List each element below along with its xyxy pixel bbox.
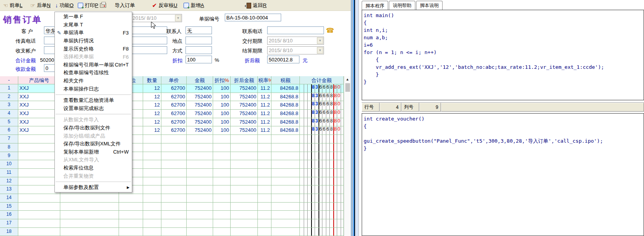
cell-price[interactable]: 62700 — [161, 93, 187, 101]
cell-disc[interactable] — [213, 143, 231, 152]
cell-tax[interactable] — [271, 169, 300, 177]
cell-disc[interactable]: 100 — [213, 118, 231, 127]
cell-price[interactable] — [161, 143, 187, 152]
telephone-icon[interactable]: ☎ — [326, 26, 334, 35]
cell-amount[interactable] — [187, 135, 213, 143]
cell-code[interactable] — [18, 211, 60, 219]
settle-date-combo[interactable]: 2015/ 8/10▼ — [267, 46, 324, 54]
cell-amount[interactable] — [187, 152, 213, 161]
menu-item[interactable]: 末尾单 T — [55, 21, 132, 29]
cell-tax[interactable] — [271, 135, 300, 143]
menu-item[interactable]: 根据编号引用单一单据Ctrl+T — [55, 61, 132, 69]
cell-disc_amount[interactable] — [231, 203, 258, 211]
menu-item[interactable]: 查看数量汇总物资清单 — [55, 96, 132, 105]
menu-item[interactable]: 第一单 F — [55, 13, 132, 21]
cell-tax[interactable] — [271, 160, 300, 169]
row-number-cell[interactable]: 8 — [0, 143, 18, 152]
cell-disc[interactable]: 100 — [213, 93, 231, 101]
printer-icon[interactable] — [100, 3, 106, 8]
total-amount-digit-grid[interactable] — [300, 169, 344, 177]
row-number-cell[interactable]: 2 — [0, 93, 18, 101]
cell-c3[interactable] — [60, 211, 119, 219]
cell-amount[interactable]: 752400 — [187, 93, 213, 101]
prev-doc-button[interactable]: ☜前单L — [3, 1, 23, 10]
cell-disc_amount[interactable] — [231, 160, 258, 169]
row-number-cell[interactable]: 16 — [0, 211, 18, 219]
total-amount-digit-grid[interactable] — [300, 135, 344, 143]
total-amount-digit-grid[interactable]: 83666880 — [300, 93, 344, 101]
row-number-cell[interactable]: 1 — [0, 84, 18, 93]
order-date-combo[interactable]: 2015/ 8/10▼ — [131, 14, 182, 22]
cell-code[interactable]: XXJ — [18, 110, 60, 118]
cell-price[interactable]: 62700 — [161, 110, 187, 118]
row-number-cell[interactable]: 10 — [0, 160, 18, 169]
column-header-amount[interactable]: 金额 — [187, 76, 213, 84]
cell-code[interactable]: XXJ — [18, 84, 60, 93]
column-header-disc[interactable]: 折扣% — [213, 76, 231, 84]
cell-price[interactable] — [161, 160, 187, 169]
chevron-down-icon[interactable]: ▼ — [175, 15, 181, 21]
cell-code[interactable]: XXJ — [18, 118, 60, 127]
total-amount-digit-grid[interactable]: 83666880 — [300, 126, 344, 135]
cell-price[interactable] — [161, 169, 187, 177]
cell-tax[interactable] — [271, 211, 300, 219]
cell-qty[interactable]: 12 — [143, 118, 161, 127]
cell-c3[interactable] — [60, 228, 119, 236]
row-number-cell[interactable]: 9 — [0, 152, 18, 161]
cell-c4[interactable] — [119, 211, 143, 219]
cell-qty[interactable]: 12 — [143, 110, 161, 118]
table-row[interactable]: 17 — [0, 219, 344, 228]
cell-amount[interactable]: 752400 — [187, 101, 213, 110]
table-row[interactable]: 16 — [0, 211, 344, 219]
cell-code[interactable] — [18, 203, 60, 211]
cell-qty[interactable] — [143, 143, 161, 152]
cell-code[interactable] — [18, 185, 60, 194]
cell-disc[interactable] — [213, 135, 231, 143]
cell-tax_rate[interactable] — [258, 160, 271, 169]
cell-code[interactable]: XXJ — [18, 93, 60, 101]
menu-item[interactable]: 本单据操作日志 — [55, 85, 132, 93]
table-row[interactable]: 1XXJ126270075240010075240011.284268.8836… — [0, 84, 344, 93]
cell-disc_amount[interactable]: 752400 — [231, 118, 258, 127]
cell-c3[interactable] — [60, 194, 119, 203]
cell-c3[interactable] — [60, 203, 119, 211]
cell-tax_rate[interactable]: 11.2 — [258, 93, 271, 101]
cell-code[interactable] — [18, 194, 60, 203]
cell-disc[interactable] — [213, 211, 231, 219]
cell-code[interactable] — [18, 228, 60, 236]
menu-item[interactable]: 保存/导出数据到文件 — [55, 124, 132, 132]
cell-code[interactable] — [18, 160, 60, 169]
cell-amount[interactable] — [187, 169, 213, 177]
cell-tax[interactable] — [271, 143, 300, 152]
cell-disc[interactable] — [213, 169, 231, 177]
cell-c3[interactable] — [60, 219, 119, 228]
column-header-tax_rate[interactable]: 税率% — [258, 76, 271, 84]
cell-price[interactable]: 62700 — [161, 118, 187, 127]
menu-item[interactable]: 保存/导出数据到XML文件 — [55, 140, 132, 148]
print-button[interactable]: 打印P — [78, 1, 106, 10]
cell-disc[interactable]: 100 — [213, 84, 231, 93]
cell-price[interactable] — [161, 228, 187, 236]
chevron-down-icon[interactable]: ▼ — [317, 47, 323, 54]
cell-qty[interactable] — [143, 177, 161, 186]
cell-tax_rate[interactable]: 11.2 — [258, 118, 271, 127]
cell-price[interactable]: 62700 — [161, 84, 187, 93]
cell-amount[interactable] — [187, 203, 213, 211]
cell-code[interactable]: XXJ — [18, 126, 60, 135]
cell-disc[interactable] — [213, 152, 231, 161]
total-amount-digit-grid[interactable] — [300, 160, 344, 169]
cell-qty[interactable] — [143, 219, 161, 228]
cell-disc[interactable] — [213, 160, 231, 169]
cell-qty[interactable]: 12 — [143, 84, 161, 93]
menu-item[interactable]: 显示历史价格F8 — [55, 45, 132, 53]
column-header-tax[interactable]: 税额 — [271, 76, 300, 84]
cell-tax[interactable]: 84268.8 — [271, 93, 300, 101]
cell-price[interactable] — [161, 135, 187, 143]
cell-disc_amount[interactable] — [231, 185, 258, 194]
cell-code[interactable] — [18, 177, 60, 186]
cell-disc[interactable]: 100 — [213, 126, 231, 135]
row-number-cell[interactable]: 3 — [0, 101, 18, 110]
table-row[interactable]: 5XXJ126270075240010075240011.284268.8836… — [0, 118, 344, 127]
tab-script-program[interactable]: 脚本程序 — [362, 1, 388, 10]
cell-tax[interactable]: 84268.8 — [271, 110, 300, 118]
